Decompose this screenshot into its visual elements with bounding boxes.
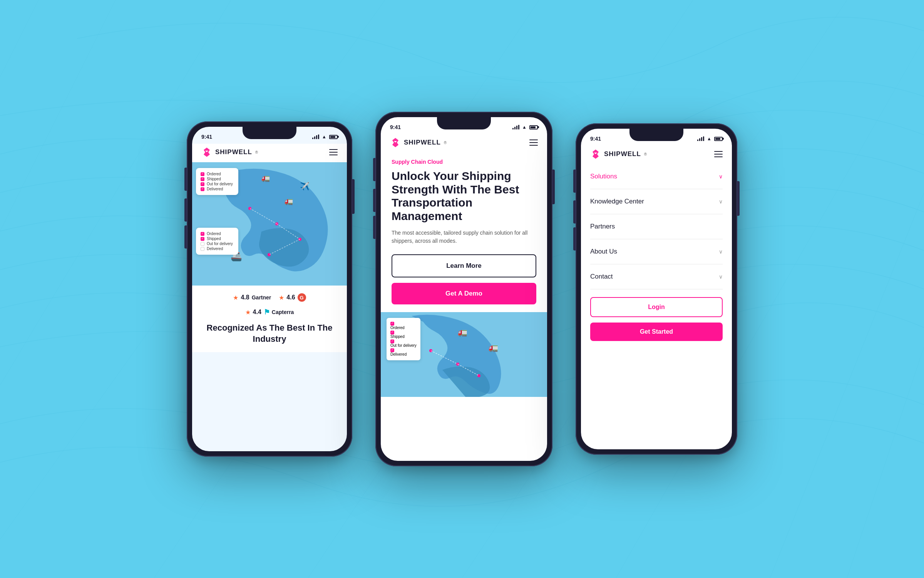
rating-capterra: ★ 4.4 ⚑ Capterra — [245, 308, 294, 316]
signal-bar-r1 — [697, 139, 698, 141]
phones-container: 9:41 ▲ — [187, 112, 737, 466]
hamburger-left[interactable] — [329, 149, 338, 155]
login-button[interactable]: Login — [590, 297, 723, 317]
notch-right — [629, 129, 683, 141]
preview-checkbox-4 — [390, 348, 394, 352]
wifi-icon-left: ▲ — [322, 134, 326, 139]
logo-reg-center: ® — [444, 141, 447, 145]
rating-row-1: ★ 4.8 Gartner ★ 4.6 G — [201, 293, 338, 302]
recognized-title: Recognized As The Best In The Industry — [201, 323, 338, 344]
plane-icon: ✈️ — [300, 181, 310, 191]
checklist-card-2: Ordered Shipped Out for delivery Deliver… — [196, 228, 238, 255]
battery-right — [714, 137, 723, 141]
logo-reg-right: ® — [644, 152, 647, 156]
check-delivered-1: Delivered — [201, 187, 234, 191]
hamburger-line-c1 — [529, 139, 538, 140]
get-started-button[interactable]: Get Started — [590, 323, 723, 341]
nav-item-knowledge[interactable]: Knowledge Center ∨ — [590, 189, 723, 214]
chevron-about: ∨ — [719, 249, 723, 255]
rating-gartner: ★ 4.8 Gartner — [233, 294, 271, 301]
time-center: 9:41 — [390, 124, 401, 130]
signal-bar-3 — [316, 135, 317, 139]
checkbox-out-1 — [201, 182, 204, 186]
checklist-card-1: Ordered Shipped Out for delivery Deliver… — [196, 168, 238, 195]
hero-title: Unlock Your Shipping Strength With The B… — [392, 170, 536, 223]
g2-logo: G — [298, 293, 306, 302]
star-gartner: ★ — [233, 294, 238, 301]
chevron-knowledge: ∨ — [719, 198, 723, 205]
capterra-brand: Capterra — [272, 309, 294, 315]
nav-item-partners[interactable]: Partners — [590, 214, 723, 239]
shipwell-s-icon-right — [590, 149, 601, 160]
truck-icon-2: 🚛 — [285, 197, 293, 205]
hamburger-right[interactable] — [714, 151, 723, 157]
checkbox-shipped-2 — [201, 237, 204, 241]
status-icons-right: ▲ — [697, 136, 723, 141]
notch-left — [243, 127, 296, 139]
preview-checkbox-1 — [390, 322, 394, 326]
phone-left-screen: 9:41 ▲ — [192, 127, 347, 451]
rating-row-2: ★ 4.4 ⚑ Capterra — [201, 308, 338, 316]
nav-item-about[interactable]: About Us ∨ — [590, 239, 723, 264]
signal-bar-4 — [318, 134, 319, 139]
header-center: SHIPWELL ® — [381, 134, 547, 153]
hamburger-center[interactable] — [529, 139, 538, 146]
hamburger-line-r1 — [714, 151, 723, 152]
nav-label-solutions: Solutions — [590, 173, 617, 180]
map-container-left: 🚛 🚛 ✈️ 🚢 Ordered Shipped — [192, 162, 347, 286]
shipwell-s-icon-left — [201, 147, 212, 158]
signal-bar-c2 — [514, 127, 516, 129]
check-ordered-2: Ordered — [201, 232, 234, 236]
battery-fill-center — [531, 126, 536, 128]
battery-fill-left — [330, 136, 335, 138]
phone-center-screen: 9:41 ▲ — [381, 117, 547, 461]
preview-label-3: Out for delivery — [390, 343, 417, 348]
preview-checkbox-3 — [390, 339, 394, 343]
signal-bar-2 — [314, 136, 315, 139]
hamburger-line-c2 — [529, 142, 538, 143]
map-preview-center: Ordered Shipped Out for delivery Deliver… — [381, 312, 547, 397]
preview-truck: 🚛 — [458, 328, 467, 337]
rating-num-capterra: 4.4 — [253, 309, 261, 316]
check-shipped-1: Shipped — [201, 177, 234, 181]
logo-center: SHIPWELL ® — [390, 137, 447, 148]
hamburger-line-c3 — [529, 145, 538, 146]
preview-label-2: Shipped — [390, 334, 405, 339]
status-icons-center: ▲ — [512, 124, 538, 130]
hero-content: Supply Chain Cloud Unlock Your Shipping … — [381, 153, 547, 312]
nav-label-about: About Us — [590, 248, 617, 255]
signal-bar-r3 — [701, 137, 702, 141]
get-demo-button[interactable]: Get A Demo — [392, 283, 536, 304]
nav-menu: Solutions ∨ Knowledge Center ∨ Partners … — [581, 164, 732, 289]
signal-bar-r2 — [699, 138, 700, 141]
nav-item-solutions[interactable]: Solutions ∨ — [590, 164, 723, 189]
signal-left — [312, 134, 319, 139]
battery-left — [329, 135, 338, 139]
wifi-icon-right: ▲ — [707, 136, 711, 141]
logo-reg-left: ® — [255, 150, 258, 155]
nav-label-contact: Contact — [590, 273, 613, 281]
nav-item-contact[interactable]: Contact ∨ — [590, 264, 723, 289]
checkbox-ordered-2 — [201, 232, 204, 236]
check-shipped-2: Shipped — [201, 237, 234, 241]
nav-label-partners: Partners — [590, 223, 615, 230]
battery-center — [529, 125, 538, 129]
signal-bar-c1 — [512, 128, 514, 129]
nav-buttons: Login Get Started — [581, 289, 732, 349]
chevron-solutions: ∨ — [719, 173, 723, 180]
preview-label-4: Delivered — [390, 352, 407, 356]
capterra-flag: ⚑ — [264, 308, 270, 316]
logo-right: SHIPWELL ® — [590, 149, 647, 160]
time-right: 9:41 — [590, 136, 601, 142]
phone-left: 9:41 ▲ — [187, 121, 352, 457]
check-label-out-1: Out for delivery — [207, 182, 233, 186]
hamburger-line-2 — [329, 152, 338, 153]
signal-center — [512, 125, 519, 129]
checkbox-ordered-1 — [201, 172, 204, 176]
signal-bar-c3 — [516, 126, 517, 129]
preview-check-4: Delivered — [390, 348, 417, 356]
preview-checkbox-2 — [390, 331, 394, 334]
wifi-icon-center: ▲ — [522, 124, 527, 130]
learn-more-button[interactable]: Learn More — [392, 254, 536, 277]
capterra-logo: ⚑ Capterra — [264, 308, 294, 316]
